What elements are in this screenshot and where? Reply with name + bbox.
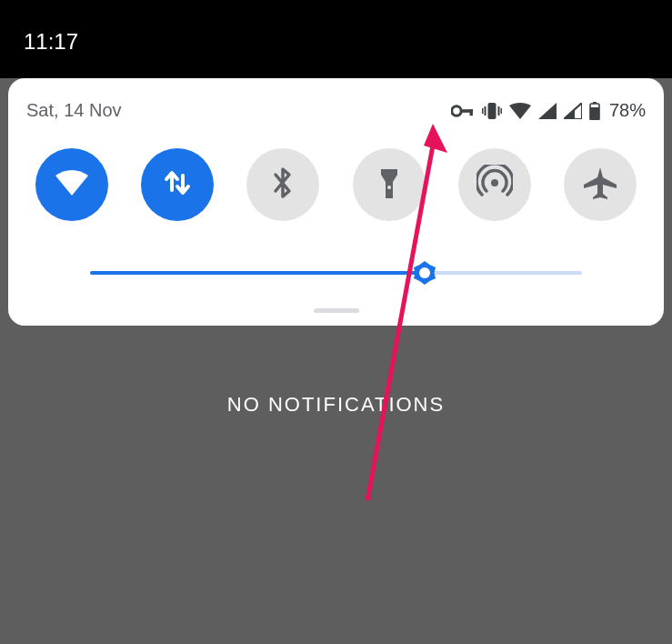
- quick-settings-tiles: [26, 148, 646, 221]
- signal-2-icon: [564, 103, 582, 119]
- battery-icon: [589, 102, 600, 120]
- vpn-key-icon: [451, 105, 475, 117]
- wifi-status-icon: [509, 103, 531, 119]
- no-notifications-label: NO NOTIFICATIONS: [0, 393, 672, 417]
- date-label[interactable]: Sat, 14 Nov: [26, 100, 122, 121]
- vibrate-icon: [482, 102, 502, 120]
- svg-point-0: [452, 106, 461, 115]
- drag-handle[interactable]: [314, 308, 359, 313]
- panel-header: Sat, 14 Nov 78%: [26, 100, 646, 121]
- flashlight-tile[interactable]: [353, 148, 426, 221]
- svg-point-13: [491, 179, 498, 186]
- brightness-thumb-icon[interactable]: [411, 259, 438, 287]
- flashlight-icon: [379, 166, 399, 204]
- airplane-tile[interactable]: [564, 148, 637, 221]
- signal-1-icon: [538, 103, 557, 119]
- svg-rect-5: [482, 108, 484, 114]
- svg-rect-3: [487, 103, 496, 119]
- svg-rect-7: [500, 108, 502, 114]
- slider-fill: [90, 271, 425, 275]
- hotspot-icon: [476, 165, 513, 205]
- airplane-icon: [582, 165, 618, 205]
- clock: 11:17: [24, 29, 78, 55]
- bluetooth-tile[interactable]: [246, 148, 319, 221]
- svg-point-14: [419, 267, 430, 278]
- quick-settings-panel: Sat, 14 Nov 78%: [8, 78, 664, 326]
- svg-rect-11: [381, 169, 397, 175]
- mobile-data-tile[interactable]: [141, 148, 214, 221]
- svg-rect-4: [484, 106, 486, 116]
- data-arrows-icon: [163, 166, 192, 203]
- brightness-slider[interactable]: [90, 259, 582, 287]
- wifi-icon: [54, 168, 90, 201]
- status-icon-row: 78%: [451, 100, 646, 121]
- svg-rect-2: [469, 109, 472, 116]
- battery-percent-label: 78%: [609, 100, 646, 121]
- hotspot-tile[interactable]: [458, 148, 531, 221]
- wifi-tile[interactable]: [35, 148, 108, 221]
- svg-point-12: [387, 186, 391, 189]
- svg-rect-6: [497, 106, 499, 116]
- bluetooth-icon: [273, 166, 293, 204]
- svg-rect-10: [590, 107, 599, 120]
